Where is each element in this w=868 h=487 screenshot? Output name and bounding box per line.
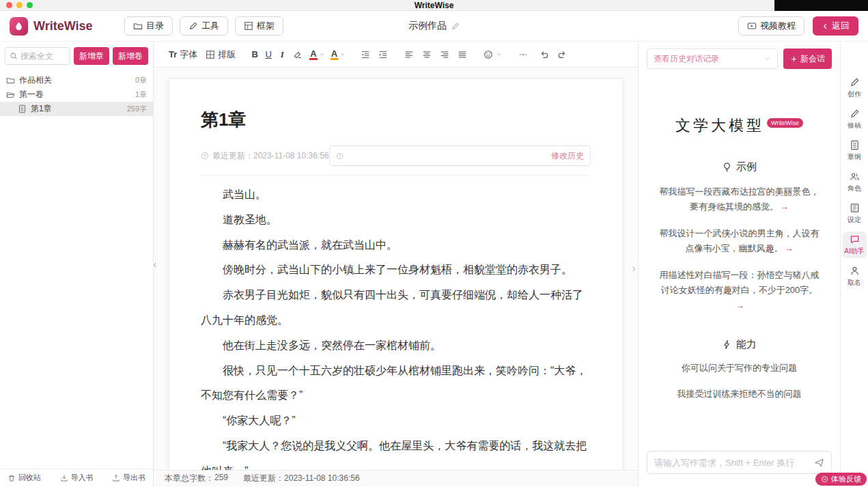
video-tutorial-button[interactable]: 视频教程 (738, 16, 804, 36)
clear-format-button[interactable] (289, 47, 307, 62)
example-arrow[interactable]: → (780, 201, 789, 212)
sidebar-footer: 回收站 导入书 导出书 (0, 469, 153, 486)
emoji-button[interactable] (479, 47, 506, 62)
manuscript-page[interactable]: 第1章 最近更新：2023-11-08 10:36:56 修改历史 武当山。 道… (169, 79, 623, 470)
rail-item-characters[interactable]: 角色 (843, 169, 867, 195)
tree-item-chapter-1[interactable]: 第1章 259字 (0, 102, 153, 116)
rail-item-ai-assistant[interactable]: AI助手 (843, 232, 867, 258)
history-clock-icon (336, 152, 344, 160)
assistant-collapse-handle[interactable] (630, 261, 638, 277)
undo-button[interactable] (535, 47, 553, 62)
ability-item: 你可以问关于写作的专业问题 (654, 362, 825, 374)
chapter-body[interactable]: 武当山。 道教圣地。 赫赫有名的武当派，就在武当山中。 傍晚时分，武当山下的小镇… (201, 182, 591, 470)
brand-name: WriteWise (33, 19, 93, 33)
abilities-title: 能力 (736, 338, 757, 351)
example-arrow[interactable]: → (736, 301, 744, 311)
back-button[interactable]: 返回 (813, 16, 858, 36)
assistant-header: 查看历史对话记录 新会话 (639, 42, 840, 76)
model-badge: WriteWise (767, 118, 803, 128)
typeset-menu[interactable]: 排版 (201, 46, 240, 64)
highlight-color-button[interactable]: A (328, 48, 348, 61)
lightning-icon (722, 339, 732, 350)
history-select[interactable]: 查看历史对话记录 (647, 48, 778, 69)
text-color-button[interactable]: A (307, 48, 327, 61)
add-volume-button[interactable]: 新增卷 (113, 47, 148, 65)
recycle-bin-button[interactable]: 回收站 (8, 473, 41, 483)
window-controls (0, 2, 33, 8)
people-icon (850, 171, 860, 182)
font-menu[interactable]: Tr 字体 (165, 46, 201, 64)
ai-assistant-panel: 查看历史对话记录 新会话 文学大模型WriteWise 示例 帮我描写一段西藏布… (638, 42, 840, 486)
rail-label: 角色 (848, 184, 861, 193)
sidebar-collapse-handle[interactable] (151, 257, 159, 273)
tools-button[interactable]: 工具 (180, 16, 228, 36)
redo-icon (557, 50, 567, 59)
highlight-color-glyph: A (331, 49, 338, 60)
edit-title-icon[interactable] (451, 22, 460, 31)
prompt-input-box[interactable] (647, 451, 832, 474)
align-right-button[interactable] (436, 47, 453, 62)
video-icon (747, 21, 757, 31)
eraser-icon (293, 50, 303, 59)
bold-button[interactable]: B (248, 48, 262, 61)
tree-item-count: 0章 (135, 75, 147, 85)
chevron-down-icon (764, 55, 771, 63)
prompt-input[interactable] (654, 458, 810, 468)
example-prompt[interactable]: 用描述性对白描写一段：孙悟空与猪八戒讨论女妖怪的有趣对白，不少于200字。→ (658, 268, 821, 313)
outdent-button[interactable] (356, 47, 374, 62)
examples-title: 示例 (736, 161, 757, 173)
import-book-button[interactable]: 导入书 (60, 473, 94, 483)
feedback-button[interactable]: 体验反馈 (815, 473, 867, 486)
example-arrow[interactable]: → (785, 243, 794, 253)
header-actions: 视频教程 返回 (738, 16, 858, 36)
tree-item-related-works[interactable]: 作品相关 0章 (0, 73, 153, 87)
outdent-icon (361, 50, 370, 59)
underline-button[interactable]: U (262, 48, 275, 61)
rail-item-naming[interactable]: 取名 (843, 263, 867, 290)
tree-item-count: 1章 (135, 89, 147, 100)
send-icon[interactable] (814, 458, 824, 468)
rail-item-outline[interactable]: 章纲 (843, 137, 867, 164)
macos-menubar: WriteWise (0, 0, 868, 11)
search-input[interactable] (20, 51, 66, 61)
rail-item-revise[interactable]: 修稿 (843, 106, 867, 133)
minimize-window-button[interactable] (16, 2, 23, 8)
chevron-down-icon (496, 51, 502, 57)
folder-open-icon (6, 90, 15, 99)
framework-button[interactable]: 框架 (235, 16, 283, 36)
export-book-button[interactable]: 导出书 (112, 473, 145, 483)
last-updated: 最近更新：2023-11-08 10:36:56 (201, 145, 329, 166)
zoom-window-button[interactable] (27, 2, 33, 8)
model-title-text: 文学大模型 (675, 117, 764, 134)
add-chapter-button[interactable]: 新增章 (74, 47, 109, 65)
history-select-placeholder: 查看历史对话记录 (654, 53, 719, 65)
align-justify-button[interactable] (453, 47, 471, 62)
directory-button[interactable]: 目录 (124, 16, 173, 36)
font-label: 字体 (180, 48, 197, 61)
example-prompt[interactable]: 帮我设计一个武侠小说的男主角，人设有点像韦小宝，幽默风趣。→ (658, 226, 821, 256)
redo-button[interactable] (553, 47, 571, 62)
editor-main: Tr 字体 排版 B U I A A (154, 42, 638, 486)
align-center-button[interactable] (418, 47, 436, 62)
example-prompt[interactable]: 帮我描写一段西藏布达拉宫的美丽景色，要有身临其境的感觉。→ (658, 184, 821, 214)
rail-item-create[interactable]: 创作 (843, 74, 867, 101)
horizontal-rule-button[interactable] (514, 47, 532, 62)
chapter-sidebar: 新增章 新增卷 作品相关 0章 第一卷 1章 第1章 259字 回 (0, 42, 154, 486)
indent-button[interactable] (374, 47, 392, 62)
back-label: 返回 (832, 20, 850, 32)
document-icon (18, 105, 27, 113)
export-icon (112, 474, 120, 482)
revision-history-button[interactable]: 修改历史 (329, 145, 591, 166)
fulltext-search-box[interactable] (5, 47, 70, 65)
close-window-button[interactable] (6, 2, 12, 8)
new-conversation-button[interactable]: 新会话 (783, 48, 832, 69)
align-left-button[interactable] (400, 47, 418, 62)
chapter-tree: 作品相关 0章 第一卷 1章 第1章 259字 (0, 70, 153, 116)
example-prompt-text: 帮我描写一段西藏布达拉宫的美丽景色，要有身临其境的感觉。 (660, 186, 820, 212)
rail-label: 章纲 (848, 152, 861, 162)
rail-item-settings[interactable]: 设定 (843, 200, 867, 227)
person-icon (850, 266, 860, 276)
tree-item-volume-1[interactable]: 第一卷 1章 (0, 87, 153, 102)
italic-button[interactable]: I (275, 48, 289, 61)
document-icon (850, 140, 860, 150)
